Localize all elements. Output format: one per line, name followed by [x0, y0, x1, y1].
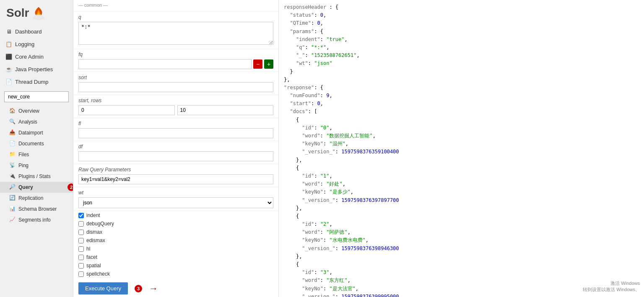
subnav-item-files[interactable]: 📁 Files: [0, 149, 73, 160]
subnav-item-query[interactable]: 🔎 Query 2: [0, 182, 73, 193]
spellcheck-label[interactable]: spellcheck: [86, 271, 110, 277]
replication-icon: 🔄: [9, 195, 16, 201]
core-admin-icon: ⬛: [5, 53, 13, 60]
subnav-label-replication: Replication: [18, 195, 43, 201]
debug-query-checkbox[interactable]: [78, 221, 84, 227]
core-selector-area: new_core → 1: [0, 88, 73, 106]
result-json: responseHeader : { "status": 0, "QTime":…: [284, 3, 639, 297]
df-input[interactable]: [78, 151, 273, 161]
wt-select[interactable]: json xml csv python ruby php: [78, 197, 273, 208]
sort-section: sort: [73, 72, 278, 95]
fq-input[interactable]: [78, 59, 252, 69]
start-input[interactable]: [78, 105, 175, 115]
nav-label-java-properties: Java Properties: [15, 66, 53, 72]
edismax-checkbox[interactable]: [78, 238, 84, 243]
subnav-item-documents[interactable]: 📄 Documents: [0, 138, 73, 149]
fl-input[interactable]: [78, 128, 273, 138]
subnav-label-schema-browser: Schema Browser: [18, 206, 57, 212]
subnav-label-segments-info: Segments info: [18, 217, 51, 223]
rows-input[interactable]: [177, 105, 274, 115]
common-section: — common —: [73, 0, 278, 12]
plugins-icon: 🔌: [9, 173, 16, 180]
wt-label: wt: [78, 190, 273, 196]
facet-checkbox[interactable]: [78, 255, 84, 260]
nav-item-thread-dump[interactable]: 📄 Thread Dump: [0, 75, 73, 88]
overview-icon: 🏠: [9, 108, 16, 114]
indent-checkbox[interactable]: [78, 213, 84, 218]
dismax-checkbox[interactable]: [78, 230, 84, 235]
indent-row: indent: [73, 211, 278, 220]
execute-btn-area: Execute Query 3 →: [73, 278, 278, 297]
q-input[interactable]: *:*: [78, 22, 273, 45]
subnav-item-overview[interactable]: 🏠 Overview: [0, 106, 73, 116]
java-properties-icon: ☕: [5, 65, 13, 73]
spellcheck-checkbox[interactable]: [78, 271, 84, 277]
nav-item-java-properties[interactable]: ☕ Java Properties: [0, 63, 73, 75]
fl-section: fl: [73, 118, 278, 141]
logo-text: Solr: [6, 6, 29, 20]
raw-query-input[interactable]: [78, 174, 273, 184]
svg-point-0: [33, 15, 44, 20]
main-content: — common — q *:* fq − + sort start, rows: [73, 0, 644, 297]
dismax-label[interactable]: dismax: [86, 229, 102, 235]
analysis-icon: 🔍: [9, 119, 16, 125]
core-selector[interactable]: new_core: [4, 91, 69, 102]
sort-label: sort: [78, 75, 273, 80]
nav-label-logging: Logging: [15, 41, 34, 47]
subnav-item-replication[interactable]: 🔄 Replication: [0, 193, 73, 204]
edismax-label[interactable]: edismax: [86, 238, 105, 243]
files-icon: 📁: [9, 151, 16, 158]
hl-checkbox[interactable]: [78, 246, 84, 252]
spatial-label[interactable]: spatial: [86, 263, 101, 269]
subnav-item-ping[interactable]: 📡 Ping: [0, 160, 73, 171]
nav-label-core-admin: Core Admin: [15, 54, 44, 60]
debug-query-row: debugQuery: [73, 220, 278, 228]
spellcheck-row: spellcheck: [73, 270, 278, 278]
q-section: q *:*: [73, 12, 278, 49]
thread-dump-icon: 📄: [5, 78, 13, 85]
spatial-row: spatial: [73, 261, 278, 270]
logging-icon: 📋: [5, 40, 13, 48]
subnav-item-segments-info[interactable]: 📈 Segments info: [0, 214, 73, 225]
schema-browser-icon: 📊: [9, 206, 16, 212]
dismax-row: dismax: [73, 228, 278, 236]
fq-row: − +: [78, 59, 273, 69]
hl-row: hl: [73, 245, 278, 253]
fq-remove-button[interactable]: −: [253, 59, 262, 69]
query-icon: 🔎: [9, 184, 16, 191]
indent-label[interactable]: indent: [86, 212, 100, 218]
start-rows-section: start, rows: [73, 95, 278, 118]
logo-area: Solr: [0, 0, 73, 25]
subnav-label-ping: Ping: [18, 163, 29, 168]
result-panel: responseHeader : { "status": 0, "QTime":…: [279, 0, 644, 297]
subnav-item-dataimport[interactable]: 📥 Dataimport: [0, 127, 73, 138]
dashboard-icon: 🖥: [5, 28, 13, 35]
q-label: q: [78, 14, 273, 20]
fq-add-button[interactable]: +: [264, 59, 273, 69]
subnav-label-files: Files: [18, 152, 29, 158]
fl-label: fl: [78, 121, 273, 127]
spatial-checkbox[interactable]: [78, 263, 84, 269]
nav-label-thread-dump: Thread Dump: [15, 79, 48, 85]
nav-item-logging[interactable]: 📋 Logging: [0, 38, 73, 50]
sort-input[interactable]: [78, 82, 273, 92]
df-section: df: [73, 141, 278, 164]
nav-item-core-admin[interactable]: ⬛ Core Admin: [0, 50, 73, 63]
start-rows-row: [78, 105, 273, 115]
execute-query-button[interactable]: Execute Query: [78, 282, 128, 294]
raw-query-label: Raw Query Parameters: [78, 167, 273, 173]
subnav-item-analysis[interactable]: 🔍 Analysis: [0, 116, 73, 127]
nav-item-dashboard[interactable]: 🖥 Dashboard: [0, 25, 73, 38]
badge-3: 3: [135, 285, 142, 292]
annotation-arrow-3: →: [149, 283, 158, 294]
dataimport-icon: 📥: [9, 129, 16, 136]
badge-2: 2: [68, 183, 73, 191]
debug-query-label[interactable]: debugQuery: [86, 221, 114, 227]
subnav-label-dataimport: Dataimport: [18, 130, 43, 136]
facet-label[interactable]: facet: [86, 254, 97, 260]
subnav-item-schema-browser[interactable]: 📊 Schema Browser: [0, 204, 73, 214]
raw-query-section: Raw Query Parameters: [73, 164, 278, 187]
facet-row: facet: [73, 253, 278, 261]
hl-label[interactable]: hl: [86, 246, 90, 252]
subnav-item-plugins-stats[interactable]: 🔌 Plugins / Stats: [0, 171, 73, 182]
